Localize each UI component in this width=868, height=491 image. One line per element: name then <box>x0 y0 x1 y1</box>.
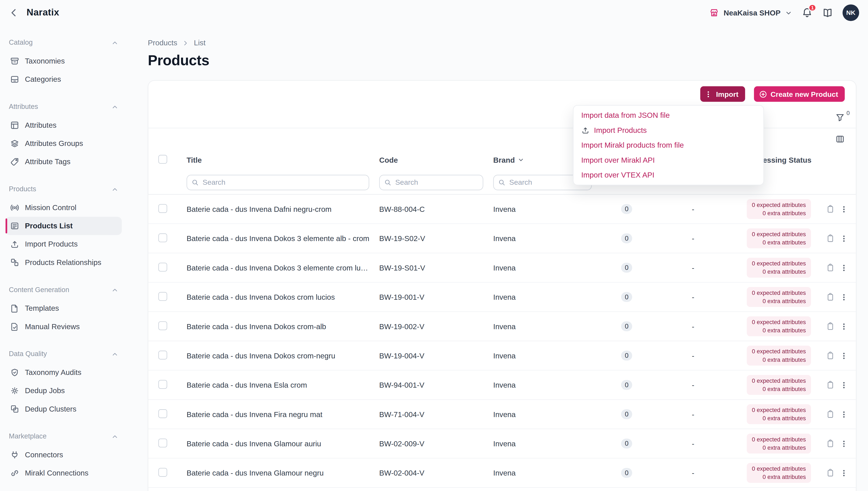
copy-button[interactable] <box>826 263 835 272</box>
copy-button[interactable] <box>826 468 835 477</box>
sidebar-item[interactable]: Products Relationships <box>5 253 122 271</box>
kebab-icon <box>840 469 848 477</box>
sidebar-section-toggle[interactable]: Catalog <box>5 36 122 49</box>
copy-button[interactable] <box>826 234 835 243</box>
menu-item-import-json[interactable]: Import data from JSON file <box>573 108 763 123</box>
sidebar-section-toggle[interactable]: Attributes <box>5 100 122 113</box>
row-menu-button[interactable] <box>840 205 848 213</box>
column-code[interactable]: Code <box>379 156 493 164</box>
sidebar-item[interactable]: Attributes <box>5 116 122 134</box>
sidebar-section-toggle[interactable]: Content Generation <box>5 284 122 296</box>
copy-button[interactable] <box>826 380 835 389</box>
sidebar-item[interactable]: Dedup Clusters <box>5 400 122 418</box>
search-icon <box>384 179 391 186</box>
column-title[interactable]: Title <box>187 156 379 164</box>
sidebar-section-toggle[interactable]: Data Quality <box>5 348 122 360</box>
sidebar-section-title: Marketplace <box>9 433 47 440</box>
sidebar-item[interactable]: Import Products <box>5 235 122 253</box>
row-checkbox[interactable] <box>158 350 167 359</box>
shop-selector[interactable]: NeaKaisa SHOP <box>709 8 792 18</box>
copy-button[interactable] <box>826 322 835 331</box>
row-menu-button[interactable] <box>840 439 848 447</box>
sidebar-item[interactable]: Mirakl Connections <box>5 464 122 482</box>
clipboard-icon <box>826 439 835 448</box>
table-row[interactable]: Baterie cada - dus Invena Dafni negru-cr… <box>148 195 856 224</box>
avatar[interactable]: NK <box>843 4 859 21</box>
table-row[interactable]: Baterie cada - dus Invena Dokos crom-alb… <box>148 312 856 341</box>
table-row[interactable]: Baterie cada - dus Invena Fira negru mat… <box>148 400 856 429</box>
row-checkbox[interactable] <box>158 233 167 242</box>
sidebar-item[interactable]: Attributes Groups <box>5 134 122 152</box>
menu-item-import-mirakl-api[interactable]: Import over Mirakl API <box>573 153 763 168</box>
table-row[interactable]: Baterie cada - dus Invena Dokos crom-neg… <box>148 341 856 371</box>
product-title: Baterie cada - dus Invena Esla crom <box>187 381 379 389</box>
menu-item-import-mirakl-file[interactable]: Import Mirakl products from file <box>573 138 763 152</box>
import-button[interactable]: Import <box>701 86 745 102</box>
sidebar-item[interactable]: Taxonomy Audits <box>5 363 122 381</box>
copy-button[interactable] <box>826 410 835 419</box>
status-badge: 0 expected attributes 0 extra attributes <box>747 287 811 307</box>
menu-item-import-vtex-api[interactable]: Import over VTEX API <box>573 168 763 182</box>
row-checkbox[interactable] <box>158 438 167 447</box>
sidebar-item[interactable]: Categories <box>5 70 122 89</box>
row-checkbox[interactable] <box>158 204 167 213</box>
row-menu-button[interactable] <box>840 263 848 272</box>
table-row[interactable]: Baterie cada - dus Invena Dokos 3 elemen… <box>148 253 856 283</box>
count-badge: 0 <box>621 409 632 419</box>
sidebar-item[interactable]: Templates <box>5 299 122 318</box>
sidebar-item[interactable]: Taxonomies <box>5 52 122 70</box>
copy-button[interactable] <box>826 351 835 360</box>
sidebar-section-toggle[interactable]: Products <box>5 183 122 195</box>
product-brand: Invena <box>493 351 602 360</box>
board-icon <box>10 120 19 130</box>
row-checkbox[interactable] <box>158 262 167 271</box>
table-row[interactable]: Baterie cada - dus Invena Glamour auriu … <box>148 429 856 458</box>
status-badge: 0 expected attributes 0 extra attributes <box>747 199 811 219</box>
breadcrumb-list[interactable]: List <box>194 39 206 47</box>
sidebar-item[interactable]: Dedup Jobs <box>5 382 122 400</box>
copy-button[interactable] <box>826 292 835 301</box>
clipboard-icon <box>826 351 835 360</box>
create-button-label: Create new Product <box>770 90 838 98</box>
code-search-input[interactable] <box>379 175 483 190</box>
row-checkbox[interactable] <box>158 292 167 300</box>
create-product-button[interactable]: Create new Product <box>754 86 845 102</box>
sidebar-item[interactable]: Mission Control <box>5 199 122 217</box>
copy-button[interactable] <box>826 205 835 213</box>
table-row[interactable]: Baterie cada - dus Invena Glamour negru … <box>148 458 856 488</box>
row-checkbox[interactable] <box>158 321 167 330</box>
row-menu-button[interactable] <box>840 410 848 418</box>
kebab-icon <box>840 351 848 360</box>
copy-button[interactable] <box>826 439 835 448</box>
row-menu-button[interactable] <box>840 381 848 389</box>
select-all-checkbox[interactable] <box>158 155 167 164</box>
product-title: Baterie cada - dus Invena Dokos crom-neg… <box>187 351 379 360</box>
notifications-button[interactable]: 1 <box>802 7 813 18</box>
row-menu-button[interactable] <box>840 469 848 477</box>
row-checkbox[interactable] <box>158 468 167 476</box>
table-row[interactable]: Baterie cada - dus Invena Dokos 3 elemen… <box>148 224 856 253</box>
row-menu-button[interactable] <box>840 351 848 360</box>
title-search-input[interactable] <box>187 175 369 190</box>
sidebar-item[interactable]: Manual Reviews <box>5 318 122 336</box>
sidebar-item[interactable]: Attribute Tags <box>5 153 122 171</box>
row-menu-button[interactable] <box>840 322 848 330</box>
row-menu-button[interactable] <box>840 234 848 242</box>
docs-button[interactable] <box>822 7 833 18</box>
sidebar-section-toggle[interactable]: Marketplace <box>5 430 122 442</box>
row-checkbox[interactable] <box>158 380 167 388</box>
table-row[interactable]: Baterie cada - dus Invena Esla crom BW-9… <box>148 371 856 400</box>
dots-vertical-icon <box>704 90 713 98</box>
code-search <box>379 175 483 190</box>
status-badge: 0 expected attributes 0 extra attributes <box>747 316 811 336</box>
sidebar-item[interactable]: Products List <box>5 217 122 235</box>
table-row[interactable]: Baterie cada - dus Invena Dokos crom luc… <box>148 283 856 312</box>
row-checkbox[interactable] <box>158 409 167 418</box>
back-button[interactable] <box>9 8 19 18</box>
filter-button[interactable]: 0 <box>835 113 845 122</box>
row-menu-button[interactable] <box>840 293 848 301</box>
sidebar-item[interactable]: Connectors <box>5 446 122 464</box>
columns-button[interactable] <box>835 134 845 143</box>
breadcrumb-products[interactable]: Products <box>148 39 177 47</box>
menu-item-import-products[interactable]: Import Products <box>573 123 763 138</box>
